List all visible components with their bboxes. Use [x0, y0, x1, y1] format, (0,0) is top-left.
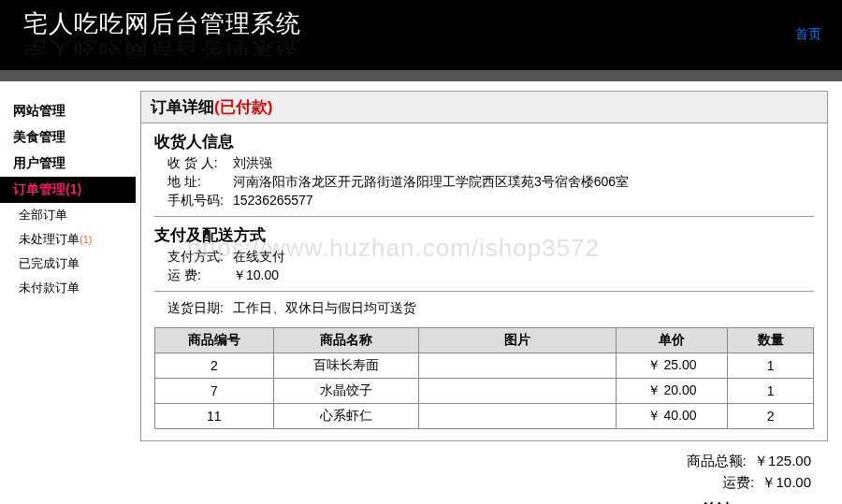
cell-qty: 1: [728, 379, 814, 404]
cell-img: [418, 353, 616, 379]
order-totals: 商品总额: ￥125.00 运费: ￥10.00 总计: ￥135.00: [140, 451, 828, 504]
table-row: 11心系虾仁￥ 40.002: [155, 404, 814, 429]
col-price: 单价: [616, 328, 728, 353]
cell-id: 7: [155, 379, 274, 404]
panel-header: 订单详细(已付款): [141, 92, 827, 123]
nav-order-label: 订单管理: [13, 181, 65, 196]
ship-date-row: 送货日期:工作日、双休日与假日均可送货: [154, 299, 814, 318]
nav-food-management[interactable]: 美食管理: [0, 124, 136, 151]
cell-name: 水晶饺子: [273, 379, 418, 404]
panel-title: 订单详细: [151, 98, 214, 116]
sidebar: 网站管理 美食管理 用户管理 订单管理(1) 全部订单 未处理订单(1) 已完成…: [0, 81, 136, 504]
nav-order-count: (1): [65, 181, 81, 196]
nav-sub-all-orders[interactable]: 全部订单: [0, 203, 136, 227]
app-title-reflection: 宅人吃吃网后台管理系统: [23, 36, 842, 59]
col-image: 图片: [418, 328, 616, 353]
cell-id: 2: [155, 353, 274, 379]
cell-qty: 2: [728, 404, 814, 429]
subtotal-row: 商品总额: ￥125.00: [140, 451, 811, 472]
nav-user-management[interactable]: 用户管理: [0, 151, 136, 177]
ship-fee-row: 运 费:￥10.00: [154, 266, 814, 285]
cell-name: 心系虾仁: [273, 404, 418, 429]
shipping-row: 运费: ￥10.00: [140, 472, 811, 494]
cell-price: ￥ 25.00: [616, 353, 728, 379]
section-divider: [154, 216, 814, 217]
recipient-addr-row: 地 址:河南洛阳市洛龙区开元路街道洛阳理工学院西区璞苑3号宿舍楼606室: [154, 173, 814, 192]
grand-total-row: 总计: ￥135.00: [140, 499, 811, 504]
payship-section-title: 支付及配送方式: [154, 224, 814, 246]
nav-sub-completed-orders[interactable]: 已完成订单: [0, 252, 136, 276]
pending-badge: (1): [80, 234, 92, 245]
app-header: 宅人吃吃网后台管理系统 宅人吃吃网后台管理系统 首页: [0, 0, 842, 70]
table-row: 2百味长寿面￥ 25.001: [155, 353, 814, 379]
home-link[interactable]: 首页: [795, 26, 821, 43]
nav-site-management[interactable]: 网站管理: [0, 98, 136, 124]
cell-img: [418, 379, 616, 404]
pay-method-row: 支付方式:在线支付: [154, 248, 814, 266]
recipient-section-title: 收货人信息: [154, 131, 814, 152]
section-divider-2: [154, 291, 814, 292]
cell-img: [418, 404, 616, 429]
app-title: 宅人吃吃网后台管理系统: [23, 0, 842, 40]
order-status: (已付款): [214, 98, 272, 116]
nav-sub-pending-orders[interactable]: 未处理订单(1): [0, 227, 136, 252]
cell-id: 11: [155, 404, 274, 429]
order-items-table: 商品编号 商品名称 图片 单价 数量 2百味长寿面￥ 25.0017水晶饺子￥ …: [154, 327, 814, 429]
order-detail-panel: 订单详细(已付款) 收货人信息 收 货 人:刘洪强 地 址:河南洛阳市洛龙区开元…: [140, 91, 828, 441]
cell-price: ￥ 20.00: [616, 379, 728, 404]
header-divider: [0, 70, 842, 81]
table-header-row: 商品编号 商品名称 图片 单价 数量: [155, 328, 814, 353]
cell-name: 百味长寿面: [273, 353, 418, 379]
main-content: 订单详细(已付款) 收货人信息 收 货 人:刘洪强 地 址:河南洛阳市洛龙区开元…: [136, 81, 842, 504]
col-qty: 数量: [728, 328, 814, 353]
nav-order-management[interactable]: 订单管理(1): [0, 177, 136, 203]
table-row: 7水晶饺子￥ 20.001: [155, 379, 814, 404]
col-name: 商品名称: [273, 328, 418, 353]
recipient-phone-row: 手机号码:15236265577: [154, 192, 814, 210]
nav-sub-unpaid-orders[interactable]: 未付款订单: [0, 276, 136, 300]
recipient-name-row: 收 货 人:刘洪强: [154, 154, 814, 173]
cell-price: ￥ 40.00: [616, 404, 728, 429]
cell-qty: 1: [728, 353, 814, 379]
col-id: 商品编号: [155, 328, 274, 353]
